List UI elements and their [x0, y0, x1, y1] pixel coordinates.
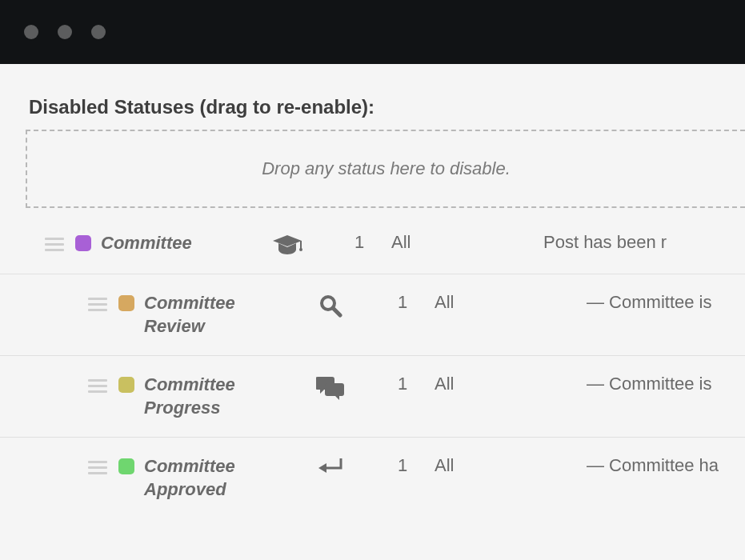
drag-handle-icon[interactable] — [45, 238, 64, 251]
drag-handle-icon[interactable] — [88, 379, 107, 393]
status-count: 1 — [370, 374, 435, 394]
chat-icon — [290, 375, 370, 401]
status-row[interactable]: Committee Review 1 All — Committee is — [0, 274, 745, 355]
traffic-light-zoom[interactable] — [91, 25, 106, 39]
status-name: Committee Progress — [144, 374, 290, 419]
status-count: 1 — [327, 232, 391, 253]
search-icon — [290, 294, 370, 318]
color-swatch — [118, 377, 134, 393]
status-description: — Committee is — [587, 374, 711, 394]
status-count: 1 — [370, 455, 435, 476]
status-description: — Committee ha — [587, 455, 719, 476]
status-scope: All — [435, 374, 587, 394]
color-swatch — [75, 235, 91, 251]
status-scope: All — [435, 292, 587, 313]
status-row[interactable]: Committee 1 All Post has been r — [0, 214, 745, 274]
window-titlebar — [0, 0, 745, 64]
drag-handle-icon[interactable] — [88, 298, 107, 311]
status-row[interactable]: Committee Progress 1 All — Committee is — [0, 355, 745, 437]
section-title: Disabled Statuses (drag to re-enable): — [29, 96, 745, 118]
return-arrow-icon — [290, 457, 370, 478]
status-scope: All — [391, 232, 543, 253]
status-count: 1 — [370, 292, 435, 313]
traffic-light-close[interactable] — [24, 25, 38, 39]
status-row[interactable]: Committee Approved 1 All — Committee ha — [0, 437, 745, 518]
status-description: — Committee is — [587, 292, 711, 313]
drop-zone[interactable]: Drop any status here to disable. — [26, 130, 745, 208]
status-scope: All — [435, 455, 587, 476]
drag-handle-icon[interactable] — [88, 461, 107, 474]
graduation-cap-icon — [247, 234, 327, 256]
status-description: Post has been r — [543, 232, 667, 253]
color-swatch — [118, 458, 134, 474]
traffic-light-minimize[interactable] — [58, 25, 72, 39]
color-swatch — [118, 295, 134, 311]
status-name: Committee Review — [144, 292, 290, 338]
status-name: Committee Approved — [144, 455, 290, 501]
status-name: Committee — [101, 232, 192, 255]
svg-line-3 — [333, 308, 340, 315]
status-list: Committee 1 All Post has been r Committe… — [0, 214, 745, 519]
svg-point-1 — [299, 248, 302, 251]
